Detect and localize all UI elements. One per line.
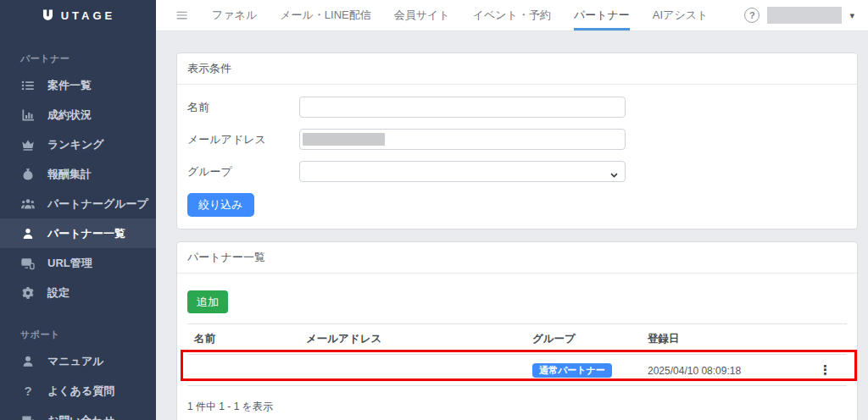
person-outline-icon xyxy=(20,355,36,368)
partner-list-body: 追加 名前 メールアドレス グループ 登録日 xyxy=(177,274,857,420)
money-bag-icon xyxy=(20,168,36,181)
email-cell xyxy=(299,355,526,386)
header-registered-date: 登録日 xyxy=(641,324,810,355)
partner-table: 名前 メールアドレス グループ 登録日 通常パートナー 2025/04/1 xyxy=(187,323,847,386)
sidebar-item-partner-group[interactable]: パートナーグループ xyxy=(0,189,156,218)
crown-icon xyxy=(20,138,36,152)
partner-list-panel: パートナー一覧 追加 名前 メールアドレス グループ 登録日 xyxy=(176,241,858,420)
bar-chart-icon xyxy=(20,108,36,122)
name-filter-input[interactable] xyxy=(299,97,626,118)
sidebar-item-contact[interactable]: お問い合わせ xyxy=(0,406,156,420)
sidebar-item-label: 設定 xyxy=(47,285,70,301)
chevron-down-icon xyxy=(609,168,619,177)
main-content: 表示条件 名前 メールアドレス グループ 絞り込み xyxy=(156,31,868,420)
add-partner-button[interactable]: 追加 xyxy=(187,290,228,313)
sidebar-section-support: サポート xyxy=(0,307,156,346)
row-menu-button[interactable]: ⋮ xyxy=(810,355,847,386)
group-badge: 通常パートナー xyxy=(532,363,612,378)
group-field-label: グループ xyxy=(187,164,299,180)
users-icon xyxy=(20,197,36,211)
tab-mail-line[interactable]: メール・LINE配信 xyxy=(280,0,371,30)
user-name-redacted[interactable] xyxy=(767,7,842,24)
tab-event-booking[interactable]: イベント・予約 xyxy=(473,0,551,30)
partner-table-wrap: 名前 メールアドレス グループ 登録日 通常パートナー 2025/04/1 xyxy=(187,323,847,386)
topbar-right-group: ? ▾ xyxy=(744,0,854,30)
sidebar-item-label: ランキング xyxy=(47,137,104,152)
filter-row-group: グループ xyxy=(187,161,847,182)
header-group: グループ xyxy=(526,324,641,355)
user-icon xyxy=(20,227,36,240)
sidebar-item-case-list[interactable]: 案件一覧 xyxy=(0,70,156,100)
chat-icon xyxy=(20,414,36,420)
filter-panel: 表示条件 名前 メールアドレス グループ 絞り込み xyxy=(176,52,858,229)
utage-logo-icon xyxy=(41,8,55,23)
filter-row-email: メールアドレス xyxy=(187,129,847,150)
registered-date: 2025/04/10 08:09:18 xyxy=(648,365,741,377)
sidebar-item-manual[interactable]: マニュアル xyxy=(0,346,156,376)
top-nav-tabs: ファネル メール・LINE配信 会員サイト イベント・予約 パートナー AIアシ… xyxy=(212,0,708,30)
topbar: ファネル メール・LINE配信 会員サイト イベント・予約 パートナー AIアシ… xyxy=(156,0,868,31)
sidebar: UTAGE パートナー 案件一覧 成約状況 ランキング 報酬集計 パートナーグル… xyxy=(0,0,156,420)
kebab-icon: ⋮ xyxy=(819,362,832,377)
group-cell: 通常パートナー xyxy=(526,355,641,386)
sidebar-item-label: URL管理 xyxy=(47,256,92,271)
table-row[interactable]: 通常パートナー 2025/04/10 08:09:18 ⋮ xyxy=(187,355,847,386)
sidebar-item-reward-summary[interactable]: 報酬集計 xyxy=(0,159,156,189)
sidebar-item-url-management[interactable]: URL管理 xyxy=(0,248,156,278)
sidebar-item-contract-status[interactable]: 成約状況 xyxy=(0,100,156,130)
sidebar-item-faq[interactable]: ? よくある質問 xyxy=(0,376,156,406)
sidebar-item-label: パートナーグループ xyxy=(47,196,148,212)
filter-row-name: 名前 xyxy=(187,97,847,118)
hamburger-menu-icon[interactable] xyxy=(176,0,189,30)
sidebar-item-label: 報酬集計 xyxy=(47,167,92,182)
header-name: 名前 xyxy=(187,324,299,355)
filter-panel-body: 名前 メールアドレス グループ 絞り込み xyxy=(177,85,857,229)
devices-icon xyxy=(20,257,36,270)
sidebar-section-partner: パートナー xyxy=(0,31,156,70)
header-actions xyxy=(810,324,847,355)
table-header-row: 名前 メールアドレス グループ 登録日 xyxy=(187,324,847,355)
email-value-redacted xyxy=(303,133,385,146)
sidebar-item-label: よくある質問 xyxy=(47,384,114,399)
sidebar-item-ranking[interactable]: ランキング xyxy=(0,130,156,159)
gear-icon xyxy=(20,286,36,300)
header-email: メールアドレス xyxy=(299,324,526,355)
tab-member-site[interactable]: 会員サイト xyxy=(394,0,450,30)
sidebar-item-label: 成約状況 xyxy=(47,108,92,123)
group-select[interactable] xyxy=(299,161,626,182)
partner-list-title: パートナー一覧 xyxy=(177,242,857,274)
question-icon: ? xyxy=(20,384,36,398)
sidebar-item-label: 案件一覧 xyxy=(47,78,92,93)
sidebar-item-label: お問い合わせ xyxy=(47,413,114,420)
email-input-wrap xyxy=(299,129,626,150)
name-cell xyxy=(187,355,299,386)
sidebar-item-settings[interactable]: 設定 xyxy=(0,278,156,307)
registered-date-cell: 2025/04/10 08:09:18 xyxy=(641,355,810,386)
filter-submit-button[interactable]: 絞り込み xyxy=(187,193,254,217)
app-logo-text: UTAGE xyxy=(61,9,116,22)
tab-partner[interactable]: パートナー xyxy=(574,0,630,30)
sidebar-item-label: マニュアル xyxy=(47,354,104,369)
filter-panel-title: 表示条件 xyxy=(177,53,857,85)
name-field-label: 名前 xyxy=(187,100,299,115)
app-logo[interactable]: UTAGE xyxy=(0,0,156,31)
list-icon xyxy=(20,79,36,92)
sidebar-item-label: パートナー一覧 xyxy=(47,226,125,241)
pagination-summary: 1 件中 1 - 1 を表示 xyxy=(187,400,847,414)
sidebar-item-partner-list[interactable]: パートナー一覧 xyxy=(0,218,156,248)
help-icon[interactable]: ? xyxy=(744,8,760,23)
email-field-label: メールアドレス xyxy=(187,132,299,147)
tab-ai-assist[interactable]: AIアシスト xyxy=(653,0,709,30)
chevron-down-icon[interactable]: ▾ xyxy=(849,10,854,21)
tab-funnel[interactable]: ファネル xyxy=(212,0,257,30)
